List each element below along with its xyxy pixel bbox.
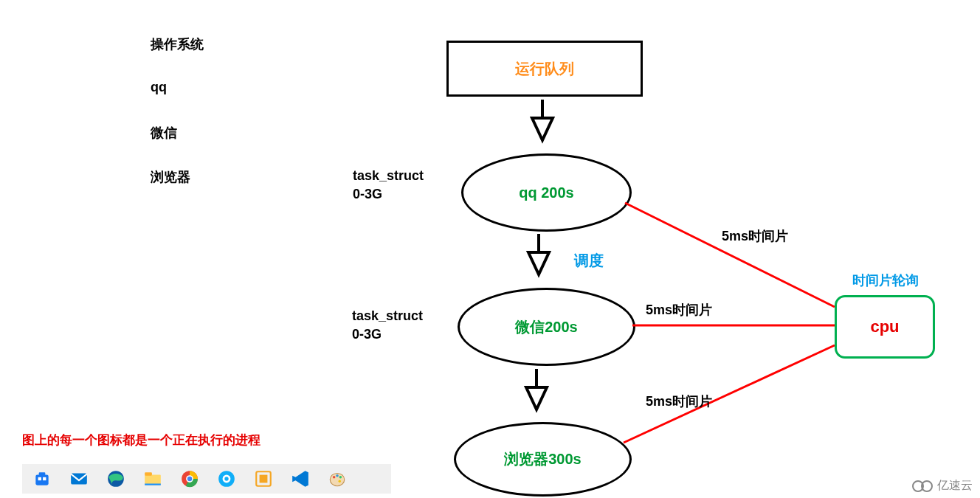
edge-icon[interactable]	[106, 469, 125, 488]
watermark-text: 亿速云	[937, 478, 973, 494]
svg-point-28	[336, 474, 338, 477]
paint-icon[interactable]	[328, 469, 347, 488]
cpu-title: 时间片轮询	[852, 272, 919, 289]
explorer-icon[interactable]	[143, 469, 162, 488]
svg-rect-9	[35, 475, 48, 485]
svg-rect-10	[39, 472, 46, 475]
svg-rect-17	[145, 484, 161, 485]
watermark: 亿速云	[911, 478, 973, 494]
svg-point-29	[339, 476, 342, 478]
edge-label-2: 5ms时间片	[646, 301, 712, 319]
red-edges	[0, 0, 980, 498]
svg-rect-12	[43, 477, 46, 480]
cpu-box: cpu	[835, 295, 935, 359]
edge-label-1: 5ms时间片	[722, 227, 788, 245]
taskbar	[22, 464, 391, 494]
cpu-label: cpu	[870, 317, 899, 336]
store-icon[interactable]	[32, 469, 52, 488]
svg-point-20	[187, 477, 193, 482]
svg-rect-25	[260, 475, 268, 483]
svg-rect-13	[71, 473, 87, 484]
watermark-icon	[911, 479, 936, 494]
vscode-icon[interactable]	[291, 469, 310, 488]
browser-icon[interactable]	[217, 469, 236, 488]
svg-point-30	[339, 480, 341, 483]
svg-point-27	[333, 476, 335, 478]
mail-icon[interactable]	[69, 469, 89, 488]
svg-rect-16	[145, 472, 152, 475]
edge-label-3: 5ms时间片	[646, 392, 712, 410]
svg-line-6	[625, 203, 835, 307]
svg-point-23	[224, 477, 228, 480]
chrome-icon[interactable]	[180, 469, 199, 488]
vm-icon[interactable]	[254, 469, 273, 488]
svg-rect-11	[38, 477, 41, 480]
